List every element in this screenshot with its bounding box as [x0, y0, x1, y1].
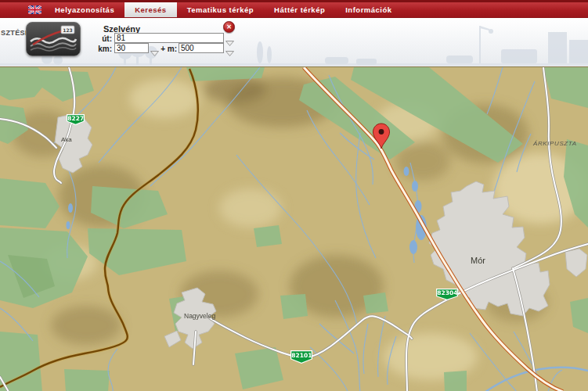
- road-dropdown-arrow-icon[interactable]: [225, 35, 234, 41]
- app-window: Helyazonosítás Keresés Tematikus térkép …: [0, 0, 588, 391]
- place-label-arkipuszta: ÁRKIPUSZTA: [533, 140, 577, 147]
- map-viewport[interactable]: Aka ÁRKIPUSZTA Mór Nagyveleg 8227 82304 …: [0, 66, 588, 391]
- map-canvas: [0, 67, 588, 391]
- meter-input[interactable]: [179, 43, 224, 53]
- road-shield-8227-number: 8227: [67, 115, 83, 124]
- close-panel-button[interactable]: ✕: [223, 21, 235, 33]
- skyline-silhouette: [0, 18, 588, 66]
- meter-label: + m:: [157, 45, 177, 53]
- place-label-mor: Mór: [471, 256, 485, 265]
- place-label-nagyveleg: Nagyveleg: [184, 312, 215, 320]
- meter-dropdown-arrow-icon[interactable]: [225, 45, 234, 51]
- tab-kereses[interactable]: Keresés: [124, 2, 176, 17]
- road-section-graphic: 123: [27, 23, 78, 54]
- km-input[interactable]: [114, 43, 149, 53]
- road-icon-badge: 123: [63, 27, 73, 33]
- uk-flag-icon: [28, 5, 41, 14]
- toolbar-area: SZTÉSI 123 Szelvény ✕ út: km: + m:: [0, 18, 588, 66]
- tab-hatter-terkep[interactable]: Háttér térkép: [264, 2, 335, 17]
- road-section-icon[interactable]: 123: [26, 22, 81, 56]
- cropped-left-text: SZTÉSI: [1, 29, 27, 37]
- language-flag-uk-icon[interactable]: [24, 2, 45, 17]
- tab-informaciok[interactable]: Információk: [335, 2, 402, 17]
- km-label: km:: [89, 45, 112, 53]
- tab-helyazonositas[interactable]: Helyazonosítás: [45, 2, 124, 17]
- pin-icon: [372, 123, 391, 149]
- main-navigation: Helyazonosítás Keresés Tematikus térkép …: [0, 0, 588, 18]
- road-number-label: út:: [92, 34, 112, 43]
- place-label-aka: Aka: [61, 136, 72, 143]
- map-marker-pin[interactable]: [372, 123, 391, 149]
- road-number-input[interactable]: [114, 33, 224, 43]
- tab-tematikus-terkep[interactable]: Tematikus térkép: [177, 2, 264, 17]
